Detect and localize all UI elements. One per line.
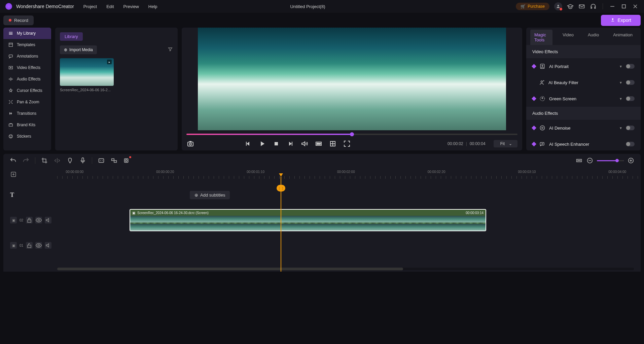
record-tl-icon[interactable] <box>123 157 131 164</box>
ruler-label: 00:00:01:10 <box>247 170 264 174</box>
purchase-button[interactable]: 🛒 Purchase <box>516 3 549 10</box>
chevron-down-icon[interactable]: ▼ <box>619 81 622 84</box>
sidebar-item-label: My Library <box>17 31 36 36</box>
zoom-in-icon[interactable] <box>627 157 635 164</box>
toggle-green-screen[interactable] <box>626 96 635 101</box>
sidebar-item-templates[interactable]: Templates <box>3 39 51 50</box>
headset-icon[interactable] <box>590 3 597 10</box>
sidebar-item-cursoreffects[interactable]: Cursor Effects <box>3 85 51 96</box>
mute-icon[interactable] <box>45 242 51 249</box>
caption-icon[interactable] <box>98 157 105 164</box>
crop-icon[interactable] <box>41 157 48 164</box>
app-logo-icon <box>5 3 12 10</box>
sidebar-item-panzoom[interactable]: Pan & Zoom <box>3 96 51 108</box>
export-button[interactable]: Export <box>601 15 641 26</box>
chevron-down-icon[interactable]: ▼ <box>619 126 622 130</box>
stop-icon[interactable] <box>272 140 280 148</box>
filter-icon[interactable] <box>168 46 173 53</box>
app-name: Wondershare DemoCreator <box>16 4 74 9</box>
tab-audio[interactable]: Audio <box>584 30 603 45</box>
maximize-icon[interactable] <box>620 3 627 10</box>
volume-icon[interactable] <box>300 140 309 148</box>
close-icon[interactable] <box>632 3 639 10</box>
graduation-icon[interactable] <box>567 3 574 10</box>
toggle-ai-portrait[interactable] <box>626 64 635 69</box>
tab-video[interactable]: Video <box>559 30 578 45</box>
add-subtitles-button[interactable]: ⊕ Add subtitles <box>190 191 230 199</box>
play-icon[interactable] <box>258 140 266 148</box>
sidebar-item-audioeffects[interactable]: Audio Effects <box>3 73 51 85</box>
lock-icon[interactable] <box>26 217 33 223</box>
split-icon[interactable] <box>53 157 61 164</box>
redo-icon[interactable] <box>22 157 30 164</box>
playhead[interactable]: ⋮⋮ <box>281 177 281 272</box>
toggle-ai-speech[interactable] <box>626 142 635 146</box>
playhead-badge[interactable]: ⋮⋮ <box>277 185 285 192</box>
sidebar-item-annotations[interactable]: Annotations <box>3 50 51 62</box>
mail-icon[interactable] <box>578 3 585 10</box>
timeline-scrollbar[interactable] <box>57 268 634 270</box>
mute-icon[interactable] <box>45 217 51 223</box>
toggle-ai-denoise[interactable] <box>626 126 635 130</box>
unlock-icon[interactable] <box>26 242 33 249</box>
eye-icon[interactable] <box>35 242 42 249</box>
zoom-out-icon[interactable] <box>586 157 594 164</box>
menu-preview[interactable]: Preview <box>123 4 139 9</box>
track-number: 01 <box>20 244 23 247</box>
tab-magictools[interactable]: Magic Tools <box>530 30 552 45</box>
snapshot-icon[interactable] <box>186 140 194 148</box>
prop-ai-denoise[interactable]: AI Denoise ▼ <box>526 120 641 136</box>
add-track-icon[interactable] <box>10 171 17 178</box>
svg-point-13 <box>11 136 11 136</box>
preview-video[interactable] <box>198 28 506 130</box>
undo-icon[interactable] <box>9 157 17 164</box>
svg-rect-31 <box>112 159 114 161</box>
sidebar-item-videoeffects[interactable]: Video Effects <box>3 62 51 73</box>
sidebar: My Library Templates Annotations Video E… <box>3 28 51 150</box>
preview-progress[interactable] <box>186 134 517 135</box>
menu-edit[interactable]: Edit <box>106 4 114 9</box>
timeline-clip[interactable]: ▣ ScreenRec_2024-06-06 16-24-30.dcrc (Sc… <box>130 209 486 231</box>
next-frame-icon[interactable] <box>286 140 294 148</box>
library-badge[interactable]: Library <box>60 32 83 41</box>
prev-frame-icon[interactable] <box>244 140 252 148</box>
menu-help[interactable]: Help <box>148 4 157 9</box>
import-media-button[interactable]: ⊕ Import Media <box>60 45 97 54</box>
sidebar-item-transitions[interactable]: Transitions <box>3 108 51 119</box>
group-icon[interactable] <box>110 157 118 164</box>
sidebar-item-stickers[interactable]: Stickers <box>3 131 51 142</box>
svg-rect-32 <box>114 161 116 163</box>
minimize-icon[interactable] <box>609 3 616 10</box>
tab-animation[interactable]: Animation <box>609 30 637 45</box>
fit-dropdown[interactable]: Fit ⌄ <box>494 140 517 147</box>
toggle-ai-beauty[interactable] <box>626 80 635 85</box>
prop-ai-beauty[interactable]: AI Beauty Filter ▼ <box>526 74 641 91</box>
chevron-down-icon: ⌄ <box>509 141 512 146</box>
prop-ai-portrait[interactable]: AI Portrait ▼ <box>526 58 641 74</box>
user-avatar[interactable] <box>554 2 562 10</box>
properties-panel: Magic Tools Video Audio Animation Video … <box>526 28 641 150</box>
record-button[interactable]: Record <box>3 15 34 25</box>
marker-icon[interactable] <box>66 157 74 164</box>
fullscreen-icon[interactable] <box>343 140 351 148</box>
fit-timeline-icon[interactable] <box>575 157 583 164</box>
sidebar-item-brandkits[interactable]: Brand Kits <box>3 119 51 131</box>
media-item[interactable]: ScreenRec_2024-06-06 16-2... <box>60 58 114 92</box>
svg-rect-10 <box>9 124 13 126</box>
ruler[interactable]: 00:00:00:00 00:00:00:20 00:00:01:10 00:0… <box>57 170 641 179</box>
record-dot-icon <box>9 19 11 22</box>
diamond-icon <box>532 142 536 146</box>
menu-project[interactable]: Project <box>83 4 97 9</box>
prop-green-screen[interactable]: Green Screen ▼ <box>526 91 641 107</box>
aspect-icon[interactable]: 16:9 <box>315 140 323 148</box>
timeline[interactable]: 00:00:00:00 00:00:00:20 00:00:01:10 00:0… <box>3 167 641 272</box>
sidebar-item-mylibrary[interactable]: My Library <box>3 28 51 39</box>
chevron-down-icon[interactable]: ▼ <box>619 97 622 101</box>
zoom-slider[interactable] <box>597 160 624 161</box>
chevron-down-icon[interactable]: ▼ <box>619 65 622 68</box>
svg-point-47 <box>38 245 40 246</box>
eye-icon[interactable] <box>35 217 42 223</box>
mic-icon[interactable] <box>79 157 86 164</box>
prop-ai-speech[interactable]: AI Speech Enhancer <box>526 136 641 150</box>
grid-icon[interactable] <box>329 140 337 148</box>
